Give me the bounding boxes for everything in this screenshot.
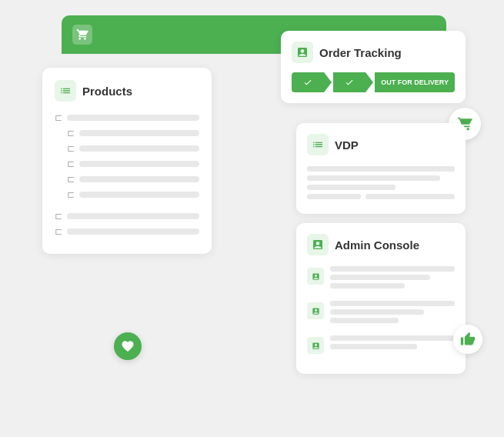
folder-line-6: [79, 192, 199, 198]
order-tracking-header: Order Tracking: [292, 42, 455, 63]
products-card-header: Products: [55, 80, 199, 102]
folder-icon-7: ⊏: [55, 211, 62, 222]
admin-title: Admin Console: [335, 239, 419, 252]
admin-line-2-1: [330, 301, 455, 306]
folder-line-3: [79, 145, 199, 152]
products-icon: [55, 80, 76, 102]
step-3-label: OUT FOR DELIVERY: [381, 78, 449, 86]
folder-line-1: [67, 115, 199, 121]
folder-icon-3: ⊏: [67, 143, 75, 154]
folder-icon-5: ⊏: [67, 174, 75, 185]
vdp-title: VDP: [335, 138, 359, 152]
folder-icon-2: ⊏: [67, 128, 75, 138]
admin-row-3: [307, 335, 455, 354]
folder-icon-4: ⊏: [67, 158, 75, 169]
vdp-line-1: [307, 166, 455, 172]
admin-row-icon-1: [307, 268, 324, 285]
folder-icon-6: ⊏: [67, 189, 75, 200]
folder-icon-1: ⊏: [55, 112, 62, 123]
admin-line-1-2: [330, 275, 430, 280]
folder-row-7: ⊏: [55, 211, 199, 222]
vdp-card: VDP: [296, 123, 466, 214]
admin-console-card: Admin Console: [296, 223, 466, 374]
folder-row-6: ⊏: [67, 189, 199, 200]
vdp-line-2: [307, 175, 440, 181]
products-card: Products ⊏ ⊏ ⊏ ⊏ ⊏ ⊏ ⊏ ⊏: [42, 68, 212, 254]
admin-row-3-lines: [330, 335, 455, 352]
folder-row-4: ⊏: [67, 158, 199, 169]
step-2: [333, 72, 365, 92]
vdp-icon: [307, 134, 329, 155]
vdp-line-3: [307, 185, 396, 190]
folder-line-5: [79, 176, 199, 182]
order-icon: [292, 42, 313, 63]
step-3: OUT FOR DELIVERY: [375, 72, 455, 92]
admin-line-2-3: [330, 318, 399, 323]
admin-row-icon-3: [307, 337, 324, 354]
bg-cart-icon: [72, 25, 92, 45]
admin-line-1-3: [330, 283, 405, 289]
vdp-card-header: VDP: [307, 134, 455, 155]
arrow-1: [324, 72, 332, 92]
admin-row-1: [307, 266, 455, 292]
folder-row-3: ⊏: [67, 143, 199, 154]
admin-row-2: [307, 301, 455, 326]
admin-line-3-1: [330, 335, 455, 341]
heart-badge[interactable]: [114, 332, 142, 360]
vdp-pair-line-2: [365, 194, 455, 199]
folder-row-1: ⊏: [55, 112, 199, 123]
step-1: [292, 72, 324, 92]
vdp-lines: [307, 166, 455, 199]
admin-card-header: Admin Console: [307, 234, 455, 255]
folder-icon-8: ⊏: [55, 226, 62, 237]
admin-line-2-2: [330, 309, 424, 315]
products-title: Products: [82, 85, 132, 98]
admin-row-1-lines: [330, 266, 455, 292]
admin-line-1-1: [330, 266, 455, 272]
folder-line-8: [67, 229, 199, 235]
folder-row-8: ⊏: [55, 226, 199, 237]
order-tracking-card: Order Tracking OUT FOR DELIVERY: [281, 31, 466, 103]
admin-row-2-lines: [330, 301, 455, 326]
vdp-line-pair: [307, 194, 455, 199]
thumbs-up-badge[interactable]: [453, 325, 482, 354]
folder-row-2: ⊏: [67, 128, 199, 138]
folder-line-2: [79, 130, 199, 136]
admin-icon: [307, 234, 329, 255]
arrow-2: [365, 72, 373, 92]
folder-line-7: [67, 213, 199, 219]
vdp-pair-line-1: [307, 194, 361, 199]
admin-line-3-2: [330, 344, 417, 349]
folder-line-4: [79, 161, 199, 167]
order-tracking-title: Order Tracking: [319, 46, 402, 59]
folder-row-5: ⊏: [67, 174, 199, 185]
admin-row-icon-2: [307, 302, 324, 319]
order-steps: OUT FOR DELIVERY: [292, 72, 455, 92]
